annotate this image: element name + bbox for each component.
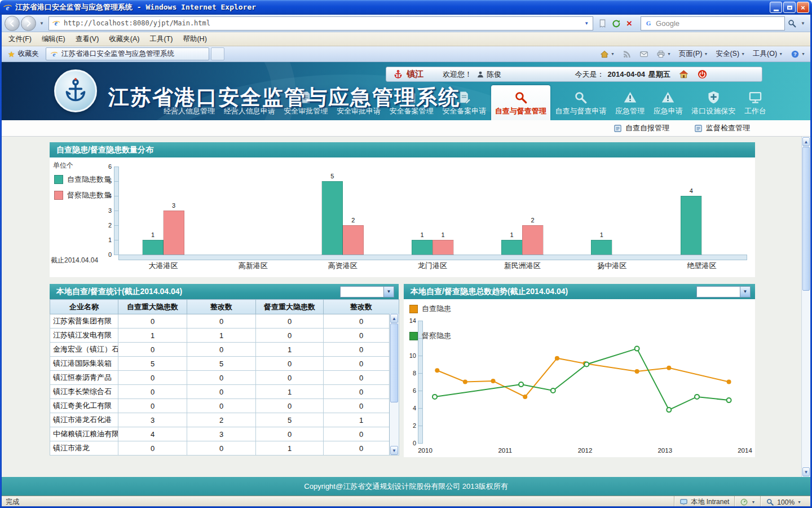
warning-icon bbox=[623, 90, 637, 104]
value-cell: 0 bbox=[187, 399, 256, 413]
table-row[interactable]: 金海宏业（镇江）石0010 bbox=[50, 343, 399, 357]
new-tab-button[interactable] bbox=[211, 47, 224, 60]
compatibility-icon bbox=[598, 19, 607, 28]
chevron-down-icon: ▼ bbox=[751, 500, 755, 504]
legend-item: 督察隐患 bbox=[409, 331, 451, 341]
minimize-button[interactable] bbox=[770, 2, 782, 13]
legend-label: 自查隐患 bbox=[422, 304, 451, 314]
stop-button[interactable]: × bbox=[623, 16, 636, 30]
nav-item-safety-record-mgmt[interactable]: 安全备案管理 bbox=[386, 85, 438, 120]
read-mail-button[interactable] bbox=[636, 48, 652, 60]
search-box[interactable]: G Google bbox=[641, 16, 785, 30]
nav-item-safety-approval-mgmt[interactable]: 安全审批管理 bbox=[280, 85, 332, 120]
scroll-down-button[interactable]: ▼ bbox=[802, 467, 810, 476]
svg-text:1: 1 bbox=[151, 231, 155, 238]
address-dropdown-icon[interactable]: ▼ bbox=[583, 21, 590, 26]
menu-item-4[interactable]: 工具(T) bbox=[144, 33, 178, 46]
nav-item-safety-record-apply[interactable]: 安全备案申请 bbox=[438, 85, 490, 120]
forward-button[interactable] bbox=[21, 16, 36, 31]
nav-item-selfcheck-supervise-apply[interactable]: 自查与督查申请 bbox=[551, 85, 610, 120]
subnav-item-self-report-mgmt[interactable]: 自查自报管理 bbox=[614, 123, 669, 133]
table-row[interactable]: 镇江恒泰沥青产品0000 bbox=[50, 371, 399, 385]
table-row[interactable]: 江苏索普集团有限0000 bbox=[50, 314, 399, 329]
nav-item-workbench[interactable]: 工作台 bbox=[740, 85, 770, 120]
scroll-thumb[interactable] bbox=[802, 147, 810, 291]
svg-text:1: 1 bbox=[108, 237, 112, 243]
menu-item-3[interactable]: 收藏夹(A) bbox=[104, 33, 144, 46]
home-shortcut-icon[interactable] bbox=[678, 69, 689, 80]
menu-item-2[interactable]: 查看(V) bbox=[70, 33, 104, 46]
help-button[interactable]: ? ▼ bbox=[787, 48, 809, 60]
scroll-thumb[interactable] bbox=[390, 323, 398, 402]
search-button[interactable] bbox=[785, 16, 798, 30]
safety-menu-button[interactable]: 安全(S)▼ bbox=[712, 47, 748, 60]
favorites-button[interactable]: ★ 收藏夹 bbox=[3, 47, 43, 60]
table-row[interactable]: 江苏镇江发电有限1100 bbox=[50, 329, 399, 343]
svg-text:2010: 2010 bbox=[418, 447, 433, 454]
close-button[interactable]: × bbox=[797, 2, 809, 13]
bar-panel-title: 自查隐患/督查隐患数量分布 bbox=[56, 145, 153, 155]
scroll-up-button[interactable]: ▲ bbox=[802, 137, 810, 146]
nav-item-selfcheck-supervise-mgmt[interactable]: 自查与督查管理 bbox=[491, 85, 550, 120]
nav-item-port-facility-security[interactable]: 港口设施保安 bbox=[687, 85, 739, 120]
menu-item-5[interactable]: 帮助(H) bbox=[178, 33, 211, 46]
users-icon bbox=[242, 90, 257, 104]
table-row[interactable]: 镇江市港龙石化港3251 bbox=[50, 413, 399, 427]
print-button[interactable]: ▼ bbox=[653, 48, 674, 60]
scroll-up-button[interactable]: ▲ bbox=[390, 314, 398, 323]
value-cell: 0 bbox=[118, 314, 187, 329]
statistics-filter-select[interactable]: ▼ bbox=[340, 286, 394, 297]
nav-item-emergency-apply[interactable]: 应急申请 bbox=[650, 85, 687, 120]
svg-text:4: 4 bbox=[690, 187, 693, 194]
feeds-button[interactable] bbox=[619, 48, 635, 60]
refresh-button[interactable] bbox=[609, 16, 623, 30]
history-dropdown-button[interactable]: ▼ bbox=[37, 21, 46, 26]
page-scrollbar[interactable]: ▲ ▼ bbox=[801, 137, 810, 477]
zoom-control[interactable]: 100% ▼ bbox=[760, 496, 806, 508]
nav-item-emergency-mgmt[interactable]: 应急管理 bbox=[611, 85, 648, 120]
value-cell: 3 bbox=[187, 427, 256, 441]
tools-menu-button[interactable]: 工具(O)▼ bbox=[749, 47, 786, 60]
table-row[interactable]: 中储粮镇江粮油有限4300 bbox=[50, 427, 399, 441]
value-cell: 0 bbox=[187, 314, 256, 329]
svg-text:4: 4 bbox=[413, 405, 416, 411]
chevron-down-icon: ▼ bbox=[797, 500, 801, 504]
address-bar[interactable]: e http://localhost:8080/yjpt/Main.html ▼ bbox=[48, 16, 593, 30]
search-options-dropdown[interactable]: ▼ bbox=[798, 21, 807, 26]
status-bar: 完成 本地 Intranet ▼ 100% ▼ bbox=[0, 496, 812, 508]
logout-power-icon[interactable] bbox=[697, 69, 708, 80]
menu-item-0[interactable]: 文件(F) bbox=[3, 33, 37, 46]
restore-button[interactable] bbox=[783, 2, 796, 13]
city-label: 镇江 bbox=[407, 69, 423, 80]
table-row[interactable]: 镇江奇美化工有限0000 bbox=[50, 399, 399, 413]
bar-chart-panel: 自查隐患/督查隐患数量分布 单位个 自查隐患数量督察隐患数量 012345613… bbox=[50, 142, 755, 277]
search-input[interactable]: Google bbox=[656, 19, 679, 28]
back-button[interactable] bbox=[5, 16, 20, 31]
bar-chart-area: 单位个 自查隐患数量督察隐患数量 012345613大港港区高新港区52高资港区… bbox=[50, 157, 755, 277]
table-row[interactable]: 镇江港国际集装箱5500 bbox=[50, 357, 399, 371]
compatibility-view-button[interactable] bbox=[595, 16, 609, 30]
nav-item-operator-info-apply[interactable]: 经营人信息申请 bbox=[220, 85, 279, 120]
statistics-table-wrap: 企业名称自查重大隐患数整改数督查重大隐患数整改数 江苏索普集团有限0000江苏镇… bbox=[50, 299, 399, 456]
menu-item-1[interactable]: 编辑(E) bbox=[37, 33, 70, 46]
browser-tab[interactable]: e 江苏省港口安全监管与应急管理系统 bbox=[46, 47, 209, 60]
table-scrollbar[interactable]: ▲ ▼ bbox=[389, 314, 399, 455]
subnav-item-supervise-check-mgmt[interactable]: 监督检查管理 bbox=[694, 123, 750, 133]
table-row[interactable]: 镇江市港龙0010 bbox=[50, 441, 399, 456]
svg-text:1: 1 bbox=[510, 231, 514, 238]
home-button[interactable]: ▼ bbox=[597, 48, 618, 60]
page-menu-button[interactable]: 页面(P)▼ bbox=[676, 47, 712, 60]
value-cell: 0 bbox=[256, 399, 324, 413]
nav-item-label: 自查与督查申请 bbox=[555, 106, 606, 116]
svg-text:1: 1 bbox=[441, 231, 444, 238]
scroll-down-button[interactable]: ▼ bbox=[390, 446, 398, 455]
zoom-menu-button[interactable]: ▼ bbox=[734, 496, 760, 508]
nav-item-operator-info-mgmt[interactable]: 经营人信息管理 bbox=[160, 85, 219, 120]
table-row[interactable]: 镇江李长荣综合石0010 bbox=[50, 385, 399, 399]
statistics-filter-value bbox=[341, 287, 383, 297]
trend-filter-select[interactable]: ▼ bbox=[696, 286, 751, 297]
value-cell: 5 bbox=[118, 357, 187, 371]
nav-item-safety-approval-apply[interactable]: 安全审批申请 bbox=[333, 85, 385, 120]
mail-icon bbox=[639, 50, 648, 59]
svg-text:0: 0 bbox=[108, 251, 112, 258]
